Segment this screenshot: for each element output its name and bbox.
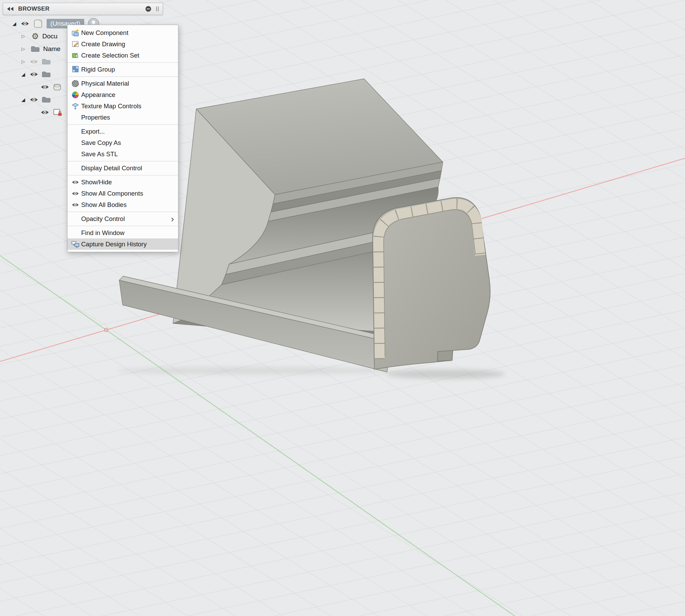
- submenu-chevron-icon: ›: [171, 214, 174, 223]
- eye-icon: [70, 202, 80, 207]
- visibility-eye-icon[interactable]: [21, 21, 29, 26]
- collapse-panel-icon[interactable]: [7, 7, 14, 11]
- menu-item-opacity-control[interactable]: Opacity Control ›: [67, 213, 178, 224]
- menu-item-capture-design-history[interactable]: Capture Design History: [67, 238, 178, 250]
- expand-closed-icon[interactable]: ▷: [21, 47, 26, 51]
- menu-item-label: Show All Bodies: [81, 201, 127, 209]
- menu-item-label: Texture Map Controls: [81, 102, 141, 110]
- menu-item-show-hide[interactable]: Show/Hide: [67, 176, 178, 188]
- menu-item-label: Opacity Control: [81, 215, 125, 223]
- menu-item-label: Capture Design History: [81, 241, 147, 248]
- menu-item-show-all-bodies[interactable]: Show All Bodies: [67, 199, 178, 210]
- panel-options-icon[interactable]: [145, 5, 152, 12]
- expand-open-icon[interactable]: ◢: [21, 72, 26, 77]
- context-menu: New Component Create Drawing Create Sele…: [67, 25, 178, 252]
- menu-item-export[interactable]: Export...: [67, 126, 178, 137]
- panel-grip-icon[interactable]: [156, 6, 159, 12]
- menu-item-appearance[interactable]: Appearance: [67, 89, 178, 100]
- tree-row-label: Name: [43, 45, 61, 53]
- eye-icon: [70, 191, 80, 196]
- menu-item-label: Appearance: [81, 91, 115, 99]
- menu-item-label: Display Detail Control: [81, 164, 142, 172]
- menu-item-label: Create Selection Set: [81, 52, 139, 59]
- menu-separator: [67, 161, 178, 161]
- menu-item-label: Find in Window: [81, 229, 124, 237]
- menu-separator: [67, 226, 178, 226]
- selection-set-icon: [70, 51, 80, 59]
- menu-item-create-drawing[interactable]: Create Drawing: [67, 38, 178, 50]
- menu-separator: [67, 175, 178, 175]
- menu-item-show-all-components[interactable]: Show All Components: [67, 188, 178, 199]
- rigid-group-icon: [70, 65, 80, 73]
- menu-item-find-in-window[interactable]: Find in Window: [67, 227, 178, 238]
- expand-closed-icon[interactable]: ▷: [21, 34, 26, 38]
- expand-open-icon[interactable]: ◢: [21, 97, 26, 102]
- texture-map-icon: [70, 102, 80, 110]
- visibility-eye-icon[interactable]: [29, 72, 38, 77]
- visibility-eye-icon[interactable]: [40, 110, 49, 115]
- menu-item-properties[interactable]: Properties: [67, 112, 178, 123]
- menu-item-label: Export...: [81, 128, 105, 135]
- menu-item-label: Show/Hide: [81, 178, 112, 186]
- menu-item-rigid-group[interactable]: Rigid Group: [67, 64, 178, 75]
- gear-icon: ⚙: [32, 32, 39, 40]
- menu-item-label: Physical Material: [81, 80, 129, 87]
- eye-icon: [70, 180, 80, 185]
- menu-item-label: Save Copy As: [81, 139, 121, 147]
- menu-item-physical-material[interactable]: Physical Material: [67, 78, 178, 89]
- menu-item-save-copy-as[interactable]: Save Copy As: [67, 137, 178, 148]
- menu-item-label: Properties: [81, 114, 110, 121]
- expand-open-icon[interactable]: ◢: [12, 21, 17, 26]
- sketch-locked-icon: [53, 108, 62, 117]
- folder-icon: [42, 71, 51, 78]
- menu-item-label: Show All Components: [81, 190, 143, 197]
- folder-icon: [31, 46, 40, 52]
- capture-design-history-icon: [70, 241, 80, 248]
- expand-closed-icon[interactable]: ▷: [21, 59, 26, 64]
- menu-separator: [67, 76, 178, 77]
- appearance-color-wheel-icon: [70, 91, 80, 99]
- menu-item-label: Create Drawing: [81, 40, 125, 48]
- folder-icon: [42, 58, 51, 65]
- browser-panel-header[interactable]: BROWSER: [3, 3, 163, 15]
- menu-item-new-component[interactable]: New Component: [67, 27, 178, 38]
- menu-item-label: Save As STL: [81, 150, 118, 158]
- body-icon: [53, 83, 62, 91]
- physical-material-icon: [70, 79, 80, 88]
- menu-item-save-as-stl[interactable]: Save As STL: [67, 148, 178, 160]
- menu-separator: [67, 62, 178, 63]
- visibility-eye-hidden-icon[interactable]: [29, 59, 38, 64]
- visibility-eye-icon[interactable]: [40, 84, 49, 90]
- root-document-icon: [33, 19, 43, 29]
- visibility-eye-icon[interactable]: [29, 97, 38, 102]
- menu-item-create-selection-set[interactable]: Create Selection Set: [67, 50, 178, 61]
- menu-item-texture-map-controls[interactable]: Texture Map Controls: [67, 100, 178, 112]
- application-window: BROWSER ◢ (Unsaved): [0, 0, 685, 616]
- create-drawing-icon: [70, 40, 80, 48]
- tree-row-label: Docu: [42, 33, 58, 40]
- folder-icon: [42, 96, 51, 103]
- menu-item-label: New Component: [81, 29, 128, 37]
- menu-item-display-detail-control[interactable]: Display Detail Control: [67, 162, 178, 174]
- new-component-icon: [70, 29, 80, 37]
- menu-item-label: Rigid Group: [81, 66, 115, 73]
- menu-separator: [67, 212, 178, 212]
- menu-separator: [67, 124, 178, 125]
- browser-panel-title: BROWSER: [18, 5, 50, 12]
